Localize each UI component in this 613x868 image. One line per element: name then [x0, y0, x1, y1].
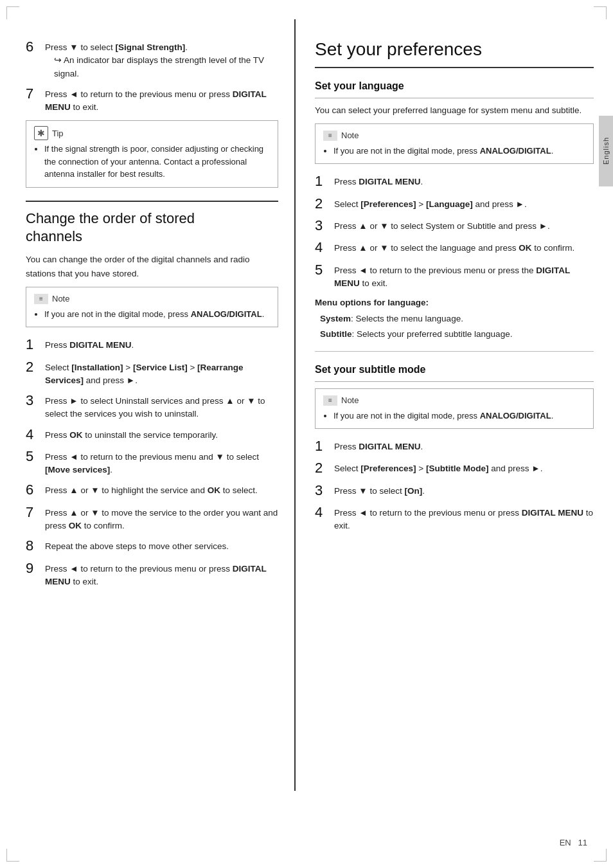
lang-step-5-text: Press ◄ to return to the previous menu o…	[334, 262, 594, 291]
lang-step-4-text: Press ▲ or ▼ to select the language and …	[334, 239, 594, 255]
change-step-4-num: 4	[26, 426, 45, 443]
change-step-6-text: Press ▲ or ▼ to highlight the service an…	[45, 482, 278, 497]
lang-step-3: 3 Press ▲ or ▼ to select System or Subti…	[315, 217, 594, 234]
change-step-7-text: Press ▲ or ▼ to move the service to the …	[45, 504, 278, 533]
sub-step-3: 3 Press ▼ to select [On].	[315, 482, 594, 499]
tip-box-header: ✱ Tip	[34, 126, 270, 140]
two-col-layout: 6 Press ▼ to select [Signal Strength]. ↪…	[0, 19, 613, 791]
sub-step-2-text: Select [Preferences] > [Subtitle Mode] a…	[334, 460, 594, 475]
sub-step-1: 1 Press DIGITAL MENU.	[315, 438, 594, 455]
step-7-num: 7	[26, 86, 45, 102]
lang-step-1-text: Press DIGITAL MENU.	[334, 173, 594, 188]
change-step-7: 7 Press ▲ or ▼ to move the service to th…	[26, 504, 278, 533]
sub-step-3-text: Press ▼ to select [On].	[334, 482, 594, 498]
lang-step-5-num: 5	[315, 262, 334, 278]
step-7-text: Press ◄ to return to the previous menu o…	[45, 86, 278, 114]
change-step-5-text: Press ◄ to return to the previous menu a…	[45, 448, 278, 477]
menu-option-system: System: Selects the menu language.	[320, 312, 594, 325]
change-step-9-text: Press ◄ to return to the previous menu o…	[45, 560, 278, 589]
menu-options: Menu options for language: System: Selec…	[315, 296, 594, 341]
subtitle-note-label: Note	[341, 394, 359, 407]
lang-step-3-num: 3	[315, 217, 334, 234]
sub-step-3-num: 3	[315, 482, 334, 499]
sub-step-4-text: Press ◄ to return to the previous menu o…	[334, 504, 594, 533]
change-note-header: ≡ Note	[34, 293, 270, 305]
change-step-4-text: Press OK to uninstall the service tempor…	[45, 426, 278, 442]
language-para: You can select your preferred language f…	[315, 104, 594, 118]
section-divider	[315, 351, 594, 352]
page-number: 11	[578, 836, 587, 849]
change-order-para: You can change the order of the digital …	[26, 253, 278, 280]
tip-icon: ✱	[34, 126, 48, 140]
corner-tr	[594, 6, 607, 19]
sub-step-1-num: 1	[315, 438, 334, 455]
corner-bl	[6, 849, 19, 862]
step-6-text: Press ▼ to select [Signal Strength]. ↪ A…	[45, 39, 278, 80]
change-step-4: 4 Press OK to uninstall the service temp…	[26, 426, 278, 443]
change-step-2-num: 2	[26, 359, 45, 375]
change-step-5-num: 5	[26, 448, 45, 465]
change-note-label: Note	[52, 293, 69, 305]
change-order-title: Change the order of stored channels	[26, 210, 278, 246]
lang-step-3-text: Press ▲ or ▼ to select System or Subtitl…	[334, 217, 594, 233]
change-step-3-text: Press ► to select Uninstall services and…	[45, 392, 278, 421]
change-order-section: Change the order of stored channels You …	[26, 201, 278, 588]
tip-text: If the signal strength is poor, consider…	[44, 143, 270, 181]
change-step-5: 5 Press ◄ to return to the previous menu…	[26, 448, 278, 477]
step-6-num: 6	[26, 39, 45, 55]
side-tab-text: English	[601, 137, 612, 165]
subtitle-note-header: ≡ Note	[323, 394, 585, 407]
corner-br	[594, 849, 607, 862]
change-step-1-text: Press DIGITAL MENU.	[45, 336, 278, 352]
page-container: English 6 Press ▼ to select [Signal Stre…	[0, 0, 613, 868]
change-step-2: 2 Select [Installation] > [Service List]…	[26, 359, 278, 388]
language-steps: 1 Press DIGITAL MENU. 2 Select [Preferen…	[315, 173, 594, 290]
lang-step-2-num: 2	[315, 195, 334, 212]
lang-step-5: 5 Press ◄ to return to the previous menu…	[315, 262, 594, 291]
lang-step-4: 4 Press ▲ or ▼ to select the language an…	[315, 239, 594, 256]
note-icon-lang: ≡	[323, 131, 337, 141]
note-icon-left: ≡	[34, 294, 48, 304]
step-6: 6 Press ▼ to select [Signal Strength]. ↪…	[26, 39, 278, 80]
subtitle-steps: 1 Press DIGITAL MENU. 2 Select [Preferen…	[315, 438, 594, 533]
left-column: 6 Press ▼ to select [Signal Strength]. ↪…	[0, 19, 296, 791]
change-step-8-num: 8	[26, 538, 45, 554]
side-tab: English	[599, 116, 613, 186]
language-title: Set your language	[315, 78, 594, 98]
lang-step-2-text: Select [Preferences] > [Language] and pr…	[334, 195, 594, 211]
change-step-9: 9 Press ◄ to return to the previous menu…	[26, 560, 278, 589]
language-note-label: Note	[341, 129, 359, 142]
tip-box: ✱ Tip If the signal strength is poor, co…	[26, 120, 278, 188]
change-step-6: 6 Press ▲ or ▼ to highlight the service …	[26, 482, 278, 498]
change-step-9-num: 9	[26, 560, 45, 577]
tip-label: Tip	[52, 127, 64, 140]
page-lang-label: EN	[560, 836, 571, 849]
change-step-8: 8 Repeat the above steps to move other s…	[26, 538, 278, 554]
subtitle-note-box: ≡ Note If you are not in the digital mod…	[315, 388, 594, 429]
change-step-7-num: 7	[26, 504, 45, 521]
change-step-1: 1 Press DIGITAL MENU.	[26, 336, 278, 353]
menu-options-title: Menu options for language:	[315, 296, 594, 309]
change-note-text: If you are not in the digital mode, pres…	[44, 308, 270, 321]
note-icon-sub: ≡	[323, 395, 337, 406]
subtitle-note-text: If you are not in the digital mode, pres…	[333, 410, 585, 422]
sub-step-1-text: Press DIGITAL MENU.	[334, 438, 594, 453]
language-section: Set your language You can select your pr…	[315, 78, 594, 341]
change-step-8-text: Repeat the above steps to move other ser…	[45, 538, 278, 553]
bottom-bar: EN 11	[0, 836, 613, 849]
change-step-3-num: 3	[26, 392, 45, 409]
lang-step-1: 1 Press DIGITAL MENU.	[315, 173, 594, 190]
main-title: Set your preferences	[315, 39, 594, 68]
menu-option-subtitle: Subtitle: Selects your preferred subtitl…	[320, 328, 594, 341]
change-note-box: ≡ Note If you are not in the digital mod…	[26, 287, 278, 327]
change-order-divider	[26, 201, 278, 202]
lang-step-1-num: 1	[315, 173, 334, 190]
language-note-text: If you are not in the digital mode, pres…	[333, 145, 585, 158]
lang-step-4-num: 4	[315, 239, 334, 256]
change-step-2-text: Select [Installation] > [Service List] >…	[45, 359, 278, 388]
step-7: 7 Press ◄ to return to the previous menu…	[26, 86, 278, 114]
change-step-6-num: 6	[26, 482, 45, 498]
change-step-3: 3 Press ► to select Uninstall services a…	[26, 392, 278, 421]
right-column: Set your preferences Set your language Y…	[296, 19, 613, 791]
sub-step-2-num: 2	[315, 460, 334, 476]
